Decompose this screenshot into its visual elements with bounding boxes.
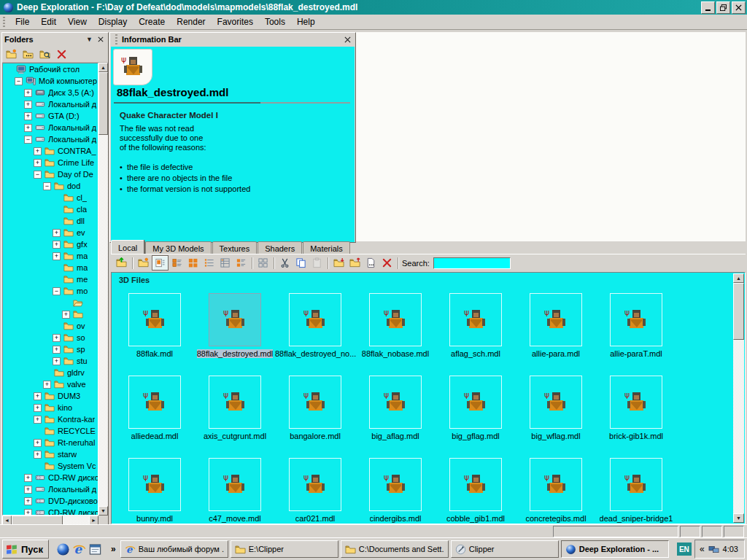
tree-expander-icon[interactable]: +: [24, 89, 32, 97]
tree-item[interactable]: +Локальный д: [3, 483, 98, 495]
open-folder-button[interactable]: [136, 256, 151, 270]
restore-button[interactable]: [716, 1, 730, 14]
tree-item[interactable]: +RECYCLE: [3, 425, 98, 437]
view-list-button[interactable]: [201, 256, 217, 270]
tree-item[interactable]: +Локальный д: [3, 98, 98, 110]
tree-item[interactable]: +sp: [3, 343, 98, 355]
tree-item[interactable]: +DVD-дисково: [3, 495, 98, 507]
tab-materials[interactable]: Materials: [303, 241, 350, 254]
view-details-button[interactable]: [217, 256, 233, 270]
menu-tools[interactable]: Tools: [259, 15, 291, 28]
file-item[interactable]: ψaxis_cutgrunt.mdl: [195, 371, 275, 454]
tree-item[interactable]: +Kontra-kar: [3, 413, 98, 425]
menu-view[interactable]: View: [62, 15, 93, 28]
task-button[interactable]: C:\Documents and Sett...: [341, 540, 449, 558]
grid-vertical-scrollbar[interactable]: ▲ ▼: [733, 273, 744, 523]
delete-button[interactable]: [379, 256, 395, 270]
quick-launch-ie-icon[interactable]: e: [72, 542, 86, 556]
tree-item[interactable]: +Crime Life: [3, 157, 98, 168]
tree-expander-icon[interactable]: −: [53, 287, 61, 295]
tab-my-3d-models[interactable]: My 3D Models: [145, 241, 211, 254]
cut-button[interactable]: [277, 256, 293, 270]
tree-expander-icon[interactable]: +: [53, 229, 61, 237]
tree-item[interactable]: +ma: [3, 262, 98, 273]
file-item[interactable]: ψcindergibs.mdl: [355, 454, 436, 524]
tree-expander-icon[interactable]: +: [34, 404, 42, 412]
tree-expander-icon[interactable]: +: [53, 252, 61, 260]
tree-item[interactable]: +gldrv: [3, 367, 98, 378]
tree-item[interactable]: +DUM3: [3, 390, 98, 402]
tree-expander-icon[interactable]: +: [53, 357, 61, 365]
tree-item[interactable]: +cla: [3, 203, 98, 215]
tree-expander-icon[interactable]: −: [24, 136, 32, 144]
task-button[interactable]: Deep Exploration - ...: [561, 540, 669, 558]
file-item[interactable]: ψcobble_gib1.mdl: [436, 454, 516, 524]
tree-expander-icon[interactable]: +: [24, 124, 32, 132]
tree-expander-icon[interactable]: +: [24, 474, 32, 482]
tree-expander-icon[interactable]: −: [15, 77, 23, 85]
parent-folder-button[interactable]: [114, 256, 129, 270]
file-item[interactable]: ψbig_gflag.mdl: [436, 371, 516, 454]
tree-item[interactable]: +cl_: [3, 192, 98, 203]
tree-item[interactable]: +CD-RW диско: [3, 472, 98, 483]
folders-close-icon[interactable]: [95, 34, 106, 44]
scroll-down-icon[interactable]: ▼: [733, 513, 744, 523]
tree-item[interactable]: +starw: [3, 448, 98, 460]
scroll-down-icon[interactable]: ▼: [98, 506, 108, 516]
close-button[interactable]: [732, 1, 746, 14]
file-item[interactable]: ψaflag_sch.mdl: [436, 289, 516, 371]
arrange-button[interactable]: [255, 256, 271, 270]
tree-item[interactable]: +ev: [3, 227, 98, 238]
tree-expander-icon[interactable]: +: [53, 346, 61, 354]
language-indicator[interactable]: EN: [677, 542, 692, 556]
tree-item[interactable]: +dll: [3, 215, 98, 227]
quick-launch-globe-icon[interactable]: [56, 542, 70, 556]
scroll-track[interactable]: [98, 72, 108, 506]
tree-item[interactable]: −Локальный д: [3, 133, 98, 145]
file-item[interactable]: ψbangalore.mdl: [275, 371, 355, 454]
file-item[interactable]: ψalliedead.mdl: [115, 371, 195, 454]
view-thumbnails-button[interactable]: [152, 255, 169, 271]
tree-expander-icon[interactable]: −: [43, 182, 51, 190]
tree-item[interactable]: +Диск 3,5 (A:): [3, 87, 98, 98]
tree-item[interactable]: +ov: [3, 320, 98, 332]
file-item[interactable]: ψ88flak_nobase.mdl: [355, 289, 436, 371]
file-item[interactable]: ψbrick-gib1k.mdl: [596, 371, 676, 454]
menu-render[interactable]: Render: [171, 15, 211, 28]
tree-item[interactable]: +: [3, 308, 98, 320]
file-item[interactable]: ψc47_move.mdl: [195, 454, 275, 524]
file-item[interactable]: ψbig_wflag.mdl: [516, 371, 596, 454]
scroll-up-icon[interactable]: ▲: [733, 273, 744, 283]
tree-expander-icon[interactable]: +: [24, 497, 32, 505]
scroll-thumb[interactable]: [733, 283, 744, 340]
tree-expander-icon[interactable]: +: [24, 101, 32, 109]
start-button[interactable]: Пуск: [2, 540, 49, 559]
tree-expander-icon[interactable]: +: [62, 311, 70, 319]
infobar-grip-icon[interactable]: [115, 34, 117, 44]
tree-expander-icon[interactable]: +: [34, 147, 42, 155]
file-item[interactable]: ψconcretegibs.mdl: [516, 454, 596, 524]
copy-button[interactable]: [293, 256, 309, 270]
tree-item[interactable]: +stu: [3, 355, 98, 367]
browse-folder-button[interactable]: [20, 47, 36, 61]
tree-item[interactable]: +CONTRA_: [3, 145, 98, 157]
tree-item[interactable]: +System Vc: [3, 460, 98, 472]
tree-item[interactable]: −dod: [3, 180, 98, 192]
file-item[interactable]: ψcar021.mdl: [275, 454, 355, 524]
menu-help[interactable]: Help: [291, 15, 321, 28]
tree-item[interactable]: −Day of De: [3, 168, 98, 180]
search-folder-button[interactable]: [37, 47, 53, 61]
tree-expander-icon[interactable]: +: [34, 451, 42, 459]
task-button[interactable]: eВаш любимый форум ...: [120, 540, 228, 558]
infobar-close-icon[interactable]: [342, 34, 353, 44]
tree-expander-icon[interactable]: +: [53, 334, 61, 342]
tree-expander-icon[interactable]: +: [34, 159, 42, 167]
tree-item[interactable]: +kino: [3, 402, 98, 413]
file-item[interactable]: ψallie-paraT.mdl: [596, 289, 676, 371]
tree-item[interactable]: −Мой компьютер: [3, 75, 98, 87]
file-item[interactable]: ψallie-para.mdl: [516, 289, 596, 371]
tree-item[interactable]: +ma: [3, 250, 98, 262]
task-button[interactable]: Clipper: [451, 540, 559, 558]
tree-expander-icon[interactable]: +: [53, 241, 61, 249]
menubar-grip-icon[interactable]: [3, 17, 5, 27]
